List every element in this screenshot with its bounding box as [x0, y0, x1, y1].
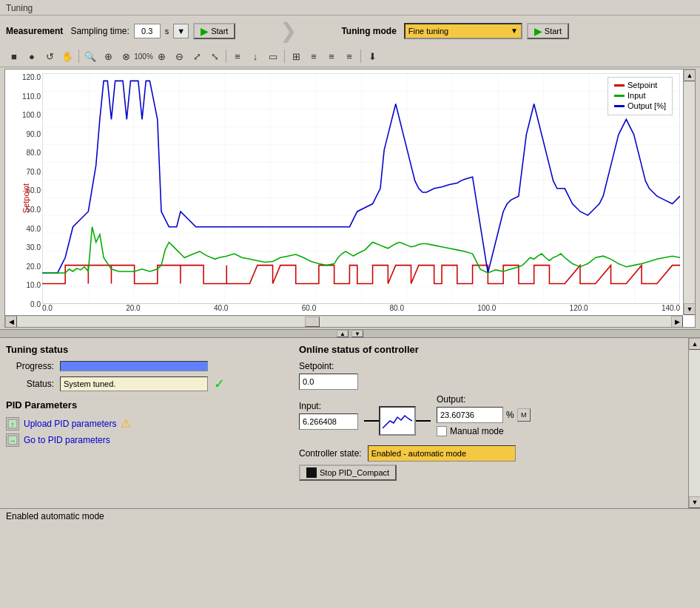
toolbar: ■ ● ↺ ✋ 🔍 ⊕ ⊗ 100% ⊕ ⊖ ⤢ ⤡ ≡ ↓ ▭ ⊞ ≡ ≡ ≡…: [0, 46, 700, 67]
tool-fit-h[interactable]: ⤡: [206, 48, 223, 64]
input-value[interactable]: [299, 413, 358, 430]
chart-scrollbar-v[interactable]: ▲ ▼: [683, 70, 695, 315]
measurement-group: Measurement Sampling time: s ▼ ▶ Start: [6, 23, 235, 39]
tuning-start-button[interactable]: ▶ Start: [527, 23, 569, 39]
x-label-0: 0.0: [42, 304, 53, 312]
progress-bar: [60, 361, 208, 371]
stop-button[interactable]: Stop PID_Compact: [299, 465, 397, 481]
tool-list-3[interactable]: ≡: [341, 48, 357, 64]
legend-output: Output [%]: [614, 101, 666, 110]
legend-input-color: [614, 95, 625, 97]
progress-label: Progress:: [6, 361, 54, 371]
tool-grid[interactable]: ⊞: [288, 48, 304, 64]
controller-state-label: Controller state:: [299, 448, 362, 459]
goto-pid-row[interactable]: → Go to PID parameters: [6, 433, 287, 447]
upload-pid-link[interactable]: Upload PID parameters: [24, 419, 116, 429]
tool-data[interactable]: ≡: [229, 48, 246, 64]
manual-mode-row: Manual mode: [437, 426, 531, 436]
scroll-h-thumb[interactable]: [305, 317, 320, 327]
tool-fit[interactable]: ⤢: [189, 48, 205, 64]
status-value: System tuned.: [60, 376, 208, 391]
tool-cursor[interactable]: ↺: [41, 48, 58, 64]
svg-text:→: →: [10, 437, 16, 445]
bottom-scroll-track[interactable]: [689, 350, 700, 496]
tool-stop[interactable]: ■: [6, 48, 22, 64]
pid-params-section: PID Parameters ↑ Upload PID parameters ⚠: [6, 399, 287, 447]
tuning-status-title: Tuning status: [6, 344, 287, 355]
online-status-title: Online status of controller: [299, 344, 694, 355]
scroll-h-track[interactable]: [17, 317, 671, 327]
legend-input: Input: [614, 91, 666, 100]
x-axis: 0.0 20.0 40.0 60.0 80.0 100.0 120.0 140.…: [42, 304, 680, 312]
status-row: Status: System tuned. ✓: [6, 376, 287, 392]
io-row: Input:: [299, 394, 694, 436]
output-value-row: % M: [437, 407, 531, 423]
input-label: Input:: [299, 401, 358, 411]
tuning-mode-value: Fine tuning: [408, 27, 448, 36]
tool-list-2[interactable]: ≡: [323, 48, 340, 64]
tuning-start-arrow-icon: ▶: [534, 25, 542, 37]
tool-download[interactable]: ⬇: [364, 48, 380, 64]
bottom-scroll-down-btn[interactable]: ▼: [689, 496, 700, 508]
output-manual-btn[interactable]: M: [517, 408, 531, 422]
toolbar-sep-2: [226, 50, 226, 63]
tool-zoom-100[interactable]: 100%: [135, 48, 152, 64]
splitter-up-btn[interactable]: ▲: [337, 330, 349, 337]
state-row-inner: Controller state: Enabled - automatic mo…: [299, 445, 694, 462]
status-label: Status:: [6, 379, 54, 389]
svg-text:↑: ↑: [11, 421, 15, 428]
x-label-80: 80.0: [390, 304, 404, 312]
scroll-left-btn[interactable]: ◀: [5, 316, 17, 328]
splitter-down-btn[interactable]: ▼: [351, 330, 363, 337]
setpoint-input[interactable]: [299, 374, 358, 390]
measurement-start-button[interactable]: ▶ Start: [193, 23, 235, 39]
bottom-scrollbar-v[interactable]: ▲ ▼: [688, 338, 700, 508]
tuning-dropdown-arrow: ▼: [511, 27, 518, 35]
y-label-90: 90.0: [9, 130, 41, 138]
chart-mini[interactable]: [379, 406, 416, 436]
sampling-input[interactable]: [134, 24, 161, 38]
measurement-start-label: Start: [211, 27, 228, 36]
y-label-0: 0.0: [9, 300, 41, 308]
chart-inner: 120.0 110.0 100.0 90.0 80.0 70.0 60.0 50…: [5, 70, 695, 327]
tool-zoom-in[interactable]: ⊕: [153, 48, 169, 64]
bottom-scroll-up-btn[interactable]: ▲: [689, 338, 700, 350]
legend-setpoint: Setpoint: [614, 81, 666, 89]
bottom-section: Tuning status Progress: Status: System t…: [0, 338, 700, 508]
y-label-70: 70.0: [9, 168, 41, 176]
tool-zoom-region[interactable]: 🔍: [82, 48, 98, 64]
tool-zoom-in-x[interactable]: ⊕: [100, 48, 116, 64]
scroll-v-track[interactable]: [684, 81, 695, 303]
tool-play[interactable]: ●: [24, 48, 40, 64]
toolbar-sep-1: [78, 50, 79, 63]
status-text: Enabled automatic mode: [6, 511, 694, 521]
upload-pid-row[interactable]: ↑ Upload PID parameters ⚠: [6, 416, 287, 430]
setpoint-row: Setpoint:: [299, 361, 694, 390]
chart-mini-wrapper: [364, 406, 431, 436]
tool-hand[interactable]: ✋: [59, 48, 75, 64]
splitter[interactable]: ▲ ▼: [0, 329, 700, 338]
tool-zoom-out[interactable]: ⊖: [171, 48, 187, 64]
y-label-10: 10.0: [9, 281, 41, 289]
chart-scrollbar-h[interactable]: ◀ ▶: [5, 315, 683, 327]
svg-rect-0: [42, 73, 680, 304]
check-icon: ✓: [214, 376, 225, 392]
scroll-down-btn[interactable]: ▼: [684, 303, 695, 315]
sampling-dropdown[interactable]: ▼: [173, 24, 189, 38]
tool-list-1[interactable]: ≡: [306, 48, 322, 64]
stop-icon: [306, 467, 317, 478]
scroll-right-btn[interactable]: ▶: [671, 316, 683, 328]
y-label-110: 110.0: [9, 92, 41, 101]
input-group: Input:: [299, 401, 358, 430]
output-value[interactable]: [437, 407, 503, 423]
sampling-unit: s: [165, 27, 169, 36]
manual-mode-checkbox[interactable]: [437, 426, 447, 436]
scroll-up-btn[interactable]: ▲: [684, 70, 695, 81]
tool-zoom-out-x[interactable]: ⊗: [118, 48, 134, 64]
goto-pid-link[interactable]: Go to PID parameters: [24, 435, 110, 445]
upload-icon: ↑: [6, 417, 19, 430]
output-group: Output: % M Manual mode: [437, 394, 531, 436]
tuning-mode-dropdown[interactable]: Fine tuning ▼: [404, 23, 522, 39]
tool-export[interactable]: ↓: [247, 48, 263, 64]
tool-ruler[interactable]: ▭: [265, 48, 281, 64]
